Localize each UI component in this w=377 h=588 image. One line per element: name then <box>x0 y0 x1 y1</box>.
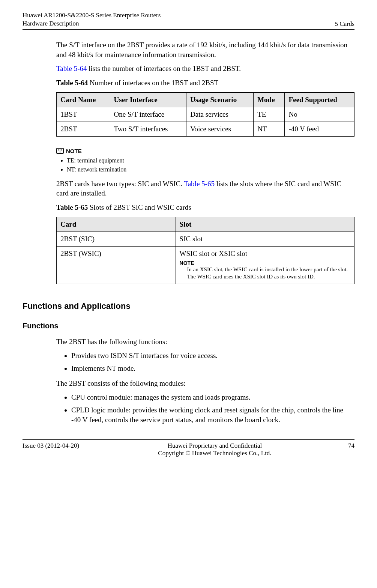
table-5-65: Card Slot 2BST (SIC) SIC slot 2BST (WSIC… <box>56 217 354 284</box>
list-item: CPU control module: manages the system a… <box>71 393 354 402</box>
table-5-64-caption-bold: Table 5-64 <box>56 79 88 87</box>
td: Data services <box>186 107 254 122</box>
td: No <box>285 107 354 122</box>
td: 2BST (SIC) <box>57 232 176 246</box>
link-table-5-65[interactable]: Table 5-65 <box>184 180 215 188</box>
list-item: Provides two ISDN S/T interfaces for voi… <box>71 351 354 361</box>
table-row: Card Name User Interface Usage Scenario … <box>57 92 354 107</box>
list-item: TE: terminal equipment <box>67 157 354 164</box>
th-feed-supported: Feed Supported <box>285 92 354 107</box>
intro-paragraph-2: Table 5-64 lists the number of interface… <box>56 64 354 74</box>
td: 2BST (WSIC) <box>57 246 176 284</box>
note-label: NOTE <box>66 148 82 154</box>
table-row: 1BST One S/T interface Data services TE … <box>57 107 354 122</box>
page-header: Huawei AR1200-S&2200-S Series Enterprise… <box>23 11 354 30</box>
td: One S/T interface <box>110 107 186 122</box>
functions-list: Provides two ISDN S/T interfaces for voi… <box>71 351 354 373</box>
td: 2BST <box>57 122 110 136</box>
footer-issue: Issue 03 (2012-04-20) <box>23 442 90 457</box>
table-5-65-caption-bold: Table 5-65 <box>56 203 88 211</box>
link-table-5-64[interactable]: Table 5-64 <box>56 65 87 72</box>
td: NT <box>254 122 285 136</box>
list-item: NT: network termination <box>67 166 354 173</box>
intro2-pre: 2BST cards have two types: SIC and WSIC. <box>56 180 184 188</box>
td-slot-main: WSIC slot or XSIC slot <box>180 250 350 258</box>
td: Voice services <box>186 122 254 136</box>
list-item: CPLD logic module: provides the working … <box>71 405 354 424</box>
note-icon <box>56 148 64 154</box>
header-title-1: Huawei AR1200-S&2200-S Series Enterprise… <box>23 11 161 20</box>
intro2-paragraph: 2BST cards have two types: SIC and WSIC.… <box>56 179 354 198</box>
td: SIC slot <box>176 232 354 246</box>
th-card-name: Card Name <box>57 92 110 107</box>
table-row: 2BST (SIC) SIC slot <box>57 232 354 246</box>
th-usage-scenario: Usage Scenario <box>186 92 254 107</box>
header-section: 5 Cards <box>335 20 354 28</box>
footer-center-2: Copyright © Huawei Technologies Co., Ltd… <box>90 450 339 457</box>
td: TE <box>254 107 285 122</box>
subnote-body: In an XSIC slot, the WSIC card is instal… <box>187 266 350 281</box>
table-5-64-caption-rest: Number of interfaces on the 1BST and 2BS… <box>88 79 218 87</box>
heading-functions-and-applications: Functions and Applications <box>23 301 354 311</box>
th-user-interface: User Interface <box>110 92 186 107</box>
subnote-label: NOTE <box>180 260 350 266</box>
td: 1BST <box>57 107 110 122</box>
functions-intro: The 2BST has the following functions: <box>56 337 354 347</box>
td: -40 V feed <box>285 122 354 136</box>
table-5-65-caption: Table 5-65 Slots of 2BST SIC and WSIC ca… <box>56 203 354 212</box>
th-slot: Slot <box>176 217 354 232</box>
intro-p2-rest: lists the number of interfaces on the 1B… <box>87 65 241 72</box>
table-5-64-caption: Table 5-64 Number of interfaces on the 1… <box>56 78 354 88</box>
table-row: 2BST (WSIC) WSIC slot or XSIC slot NOTE … <box>57 246 354 284</box>
modules-intro: The 2BST consists of the following modul… <box>56 379 354 388</box>
note-block: NOTE TE: terminal equipment NT: network … <box>56 148 354 173</box>
table-5-64: Card Name User Interface Usage Scenario … <box>56 92 354 137</box>
table-5-65-caption-rest: Slots of 2BST SIC and WSIC cards <box>88 203 191 211</box>
intro-paragraph-1: The S/T interface on the 2BST provides a… <box>56 40 354 59</box>
modules-list: CPU control module: manages the system a… <box>71 393 354 424</box>
footer-center-1: Huawei Proprietary and Confidential <box>90 442 339 450</box>
footer-page-number: 74 <box>339 442 354 457</box>
th-mode: Mode <box>254 92 285 107</box>
table-row: 2BST Two S/T interfaces Voice services N… <box>57 122 354 136</box>
page-footer: Issue 03 (2012-04-20) Huawei Proprietary… <box>23 439 354 457</box>
td: Two S/T interfaces <box>110 122 186 136</box>
th-card: Card <box>57 217 176 232</box>
td: WSIC slot or XSIC slot NOTE In an XSIC s… <box>176 246 354 284</box>
table-row: Card Slot <box>57 217 354 232</box>
list-item: Implements NT mode. <box>71 364 354 373</box>
heading-functions: Functions <box>23 322 354 330</box>
header-title-2: Hardware Description <box>23 20 161 28</box>
